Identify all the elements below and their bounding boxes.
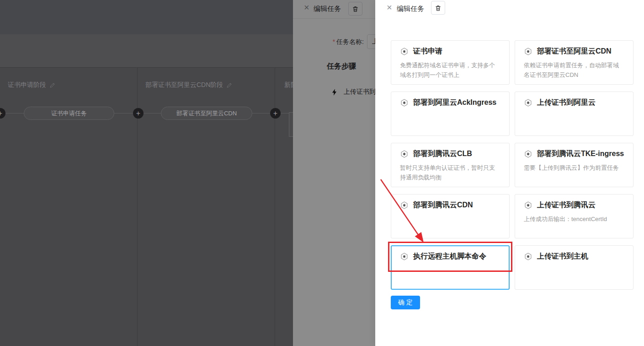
task-card-desc: 上传成功后输出：tencentCertId	[524, 214, 624, 224]
task-badge-icon	[524, 150, 532, 158]
task-card-title: 部署到腾讯云TKE-ingress	[537, 149, 624, 159]
task-card-title-row: 上传证书到腾讯云	[524, 200, 624, 210]
task-card-title-row: 上传证书到阿里云	[524, 98, 624, 108]
task-card-title: 部署到阿里云AckIngress	[413, 98, 496, 108]
plus-icon: +	[136, 110, 140, 117]
trash-icon	[435, 5, 442, 11]
task-card-title-row: 部署到腾讯云TKE-ingress	[524, 149, 624, 159]
page-toolbar-bar	[0, 34, 293, 67]
stage-title-1[interactable]: 证书申请阶段	[8, 81, 55, 89]
page-header-bar	[0, 0, 293, 34]
edit-task-drawer: × 编辑任务 *任务名称: 任务步骤 上传证书到主机	[293, 0, 375, 346]
task-card[interactable]: 部署到腾讯云CLB 暂时只支持单向认证证书，暂时只支持通用负载均衡	[391, 143, 510, 187]
task-badge-icon	[524, 201, 532, 210]
pipeline-canvas: 证书申请阶段 部署证书至阿里云CDN阶段 新阶段 证书申请任务 部署证书至阿里云…	[0, 0, 293, 346]
task-card[interactable]: 上传证书到腾讯云 上传成功后输出：tencentCertId	[515, 194, 633, 238]
task-card-title-row: 部署到阿里云AckIngress	[400, 98, 500, 108]
task-card-title: 证书申请	[413, 47, 442, 56]
task-node-label: 部署证书至阿里云CDN	[176, 109, 237, 118]
task-card-title-row: 部署到腾讯云CLB	[400, 149, 500, 159]
task-node-label: 证书申请任务	[51, 109, 87, 118]
stage-title-3[interactable]: 新阶段	[284, 81, 293, 89]
stage-title-text: 证书申请阶段	[8, 81, 46, 89]
stage-area: 证书申请阶段 部署证书至阿里云CDN阶段 新阶段 证书申请任务 部署证书至阿里云…	[0, 67, 293, 346]
task-card-title-row: 部署到腾讯云CDN	[400, 200, 500, 210]
task-card-title: 上传证书到阿里云	[537, 98, 596, 108]
task-card-title-row: 证书申请	[400, 47, 500, 56]
task-card[interactable]: 证书申请 免费通配符域名证书申请，支持多个域名打到同一个证书上	[391, 40, 510, 85]
task-card[interactable]: 部署证书至阿里云CDN 依赖证书申请前置任务，自动部署域名证书至阿里云CDN	[515, 40, 633, 85]
task-card[interactable]: 执行远程主机脚本命令	[391, 245, 510, 290]
task-badge-icon	[400, 98, 409, 107]
delete-task-button[interactable]	[431, 1, 445, 15]
close-icon[interactable]: ×	[387, 3, 392, 12]
add-task-button[interactable]: +	[133, 108, 144, 119]
task-badge-icon	[400, 150, 409, 158]
task-card-title: 上传证书到主机	[537, 252, 588, 261]
plus-icon: +	[0, 110, 2, 117]
task-card-grid: 证书申请 免费通配符域名证书申请，支持多个域名打到同一个证书上 部署证书至阿里云…	[391, 40, 633, 290]
task-card[interactable]: 上传证书到主机	[515, 245, 633, 290]
task-badge-icon	[524, 252, 532, 261]
task-card-title: 执行远程主机脚本命令	[413, 252, 486, 261]
task-badge-icon	[400, 201, 409, 210]
new-node-placeholder[interactable]	[289, 112, 293, 137]
drawer-dim-overlay	[293, 0, 375, 346]
task-card-title-row: 上传证书到主机	[524, 252, 624, 261]
screen: 证书申请阶段 部署证书至阿里云CDN阶段 新阶段 证书申请任务 部署证书至阿里云…	[0, 0, 644, 346]
task-card-title-row: 部署证书至阿里云CDN	[524, 47, 624, 56]
stage-title-text: 新阶段	[284, 81, 293, 89]
task-type-picker-drawer: × 编辑任务 证书申请 免费通配符域名证书申请，支持多个域名打到同一个证书上	[375, 0, 644, 346]
picker-drawer-header: × 编辑任务	[375, 0, 644, 19]
task-card-title: 部署到腾讯云CLB	[413, 149, 472, 159]
task-badge-icon	[524, 47, 532, 56]
task-card-title: 部署证书至阿里云CDN	[537, 47, 612, 56]
task-card[interactable]: 上传证书到阿里云	[515, 92, 633, 136]
task-node-cert-apply[interactable]: 证书申请任务	[24, 107, 114, 120]
task-card[interactable]: 部署到阿里云AckIngress	[391, 92, 510, 136]
task-card[interactable]: 部署到腾讯云TKE-ingress 需要【上传到腾讯云】作为前置任务	[515, 143, 633, 187]
confirm-button[interactable]: 确 定	[391, 296, 420, 309]
task-card-desc: 依赖证书申请前置任务，自动部署域名证书至阿里云CDN	[524, 60, 624, 80]
task-card-title: 上传证书到腾讯云	[537, 200, 596, 210]
task-badge-icon	[400, 252, 409, 261]
task-card-desc: 需要【上传到腾讯云】作为前置任务	[524, 163, 624, 173]
add-task-button[interactable]: +	[0, 108, 5, 119]
plus-icon: +	[273, 110, 277, 117]
task-card-title: 部署到腾讯云CDN	[413, 200, 473, 210]
stage-title-text: 部署证书至阿里云CDN阶段	[145, 81, 223, 89]
task-badge-icon	[400, 47, 409, 56]
add-task-button[interactable]: +	[270, 108, 281, 119]
task-badge-icon	[524, 98, 532, 107]
edit-pencil-icon[interactable]	[226, 82, 232, 88]
drawer-title: 编辑任务	[397, 5, 424, 13]
task-card-desc: 免费通配符域名证书申请，支持多个域名打到同一个证书上	[400, 60, 500, 80]
task-card-title-row: 执行远程主机脚本命令	[400, 252, 500, 261]
task-card-desc: 暂时只支持单向认证证书，暂时只支持通用负载均衡	[400, 163, 500, 182]
edit-pencil-icon[interactable]	[49, 82, 55, 88]
task-node-deploy-cdn[interactable]: 部署证书至阿里云CDN	[161, 107, 252, 120]
stage-title-2[interactable]: 部署证书至阿里云CDN阶段	[145, 81, 232, 89]
task-card[interactable]: 部署到腾讯云CDN	[391, 194, 510, 238]
